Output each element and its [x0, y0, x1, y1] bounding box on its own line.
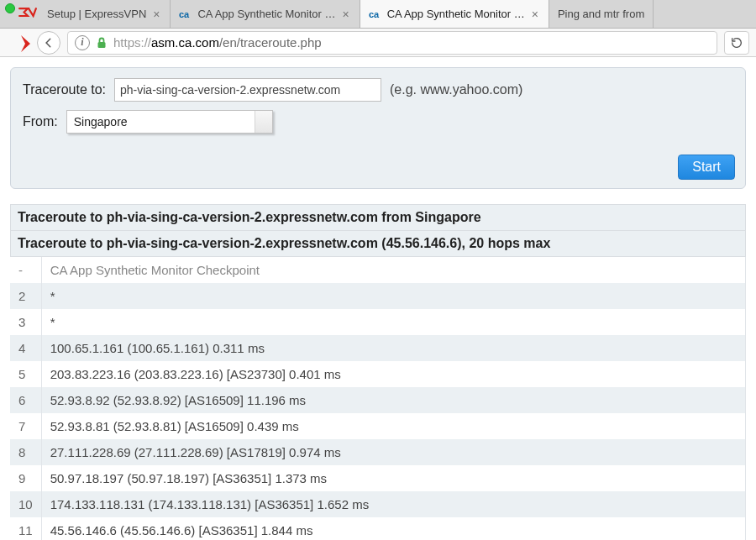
svg-text:ca: ca	[369, 9, 380, 19]
ca-favicon-icon: ca	[179, 8, 192, 21]
hop-text: CA App Synthetic Monitor Checkpoint	[41, 257, 745, 283]
table-row: 2*	[10, 283, 746, 309]
hop-text: *	[41, 283, 745, 309]
start-button[interactable]: Start	[678, 155, 735, 180]
hop-text: 27.111.228.69 (27.111.228.69) [AS17819] …	[41, 439, 745, 465]
table-row: 3*	[10, 309, 746, 335]
hop-number: 2	[10, 283, 41, 309]
traceroute-host-input[interactable]	[114, 78, 381, 102]
hop-text: 50.97.18.197 (50.97.18.197) [AS36351] 1.…	[41, 465, 745, 491]
reload-button[interactable]	[724, 31, 749, 55]
table-row: 652.93.8.92 (52.93.8.92) [AS16509] 11.19…	[10, 387, 746, 413]
tab-ping-mtr[interactable]: Ping and mtr from	[549, 0, 654, 28]
hop-number: 10	[10, 491, 41, 517]
address-bar[interactable]: i https://asm.ca.com/en/traceroute.php	[67, 31, 717, 55]
close-icon[interactable]: ×	[340, 8, 350, 20]
results-heading: Traceroute to ph-via-sing-ca-version-2.e…	[10, 205, 746, 231]
svg-marker-2	[21, 35, 30, 52]
hop-text: 203.83.223.16 (203.83.223.16) [AS23730] …	[41, 361, 745, 387]
from-select[interactable]: Singapore	[66, 110, 273, 134]
traceroute-label: Traceroute to:	[23, 82, 106, 97]
table-row: 5203.83.223.16 (203.83.223.16) [AS23730]…	[10, 361, 746, 387]
tab-setup-expressvpn[interactable]: Setup | ExpressVPN ×	[39, 0, 171, 28]
hop-text: *	[41, 309, 745, 335]
hop-text: 100.65.1.161 (100.65.1.161) 0.311 ms	[41, 335, 745, 361]
tab-strip: Setup | ExpressVPN × ca CA App Synthetic…	[0, 0, 756, 29]
close-icon[interactable]: ×	[530, 8, 540, 20]
hop-number: 8	[10, 439, 41, 465]
hop-number: 11	[10, 517, 41, 540]
hop-number: 5	[10, 361, 41, 387]
window-traffic-light-green[interactable]	[5, 3, 15, 13]
hop-number: 6	[10, 387, 41, 413]
svg-rect-3	[98, 42, 106, 48]
tab-ca-monitor-2[interactable]: ca CA App Synthetic Monitor … ×	[360, 0, 549, 28]
hop-text: 52.93.8.92 (52.93.8.92) [AS16509] 11.196…	[41, 387, 745, 413]
from-label: From:	[23, 114, 58, 129]
toolbar: i https://asm.ca.com/en/traceroute.php	[0, 29, 756, 57]
table-row: 950.97.18.197 (50.97.18.197) [AS36351] 1…	[10, 465, 746, 491]
bookmark-app-icon	[18, 34, 30, 52]
close-icon[interactable]: ×	[151, 8, 161, 20]
hop-text: 52.93.8.81 (52.93.8.81) [AS16509] 0.439 …	[41, 413, 745, 439]
tab-ca-monitor-1[interactable]: ca CA App Synthetic Monitor … ×	[171, 0, 360, 28]
back-button[interactable]	[37, 31, 60, 55]
results: Traceroute to ph-via-sing-ca-version-2.e…	[10, 204, 746, 540]
table-row: 827.111.228.69 (27.111.228.69) [AS17819]…	[10, 439, 746, 465]
hop-number: 7	[10, 413, 41, 439]
table-row: 1145.56.146.6 (45.56.146.6) [AS36351] 1.…	[10, 517, 746, 540]
site-info-icon[interactable]: i	[75, 35, 90, 50]
hop-number: -	[10, 257, 41, 283]
ca-favicon-icon: ca	[369, 8, 382, 21]
hop-text: 45.56.146.6 (45.56.146.6) [AS36351] 1.84…	[41, 517, 745, 540]
hop-number: 9	[10, 465, 41, 491]
page-content: Traceroute to: (e.g. www.yahoo.com) From…	[0, 57, 756, 540]
traceroute-hint: (e.g. www.yahoo.com)	[390, 82, 522, 97]
hop-number: 4	[10, 335, 41, 361]
table-row: -CA App Synthetic Monitor Checkpoint	[10, 257, 746, 283]
url-text: https://asm.ca.com/en/traceroute.php	[113, 35, 322, 50]
lock-icon	[97, 37, 107, 49]
expressvpn-logo-icon	[18, 7, 37, 22]
table-row: 10174.133.118.131 (174.133.118.131) [AS3…	[10, 491, 746, 517]
table-row: 752.93.8.81 (52.93.8.81) [AS16509] 0.439…	[10, 413, 746, 439]
hop-table: -CA App Synthetic Monitor Checkpoint2*3*…	[10, 257, 746, 540]
table-row: 4100.65.1.161 (100.65.1.161) 0.311 ms	[10, 335, 746, 361]
svg-text:ca: ca	[179, 9, 190, 19]
results-subheading: Traceroute to ph-via-sing-ca-version-2.e…	[10, 231, 746, 257]
hop-number: 3	[10, 309, 41, 335]
hop-text: 174.133.118.131 (174.133.118.131) [AS363…	[41, 491, 745, 517]
traceroute-form: Traceroute to: (e.g. www.yahoo.com) From…	[10, 67, 746, 189]
